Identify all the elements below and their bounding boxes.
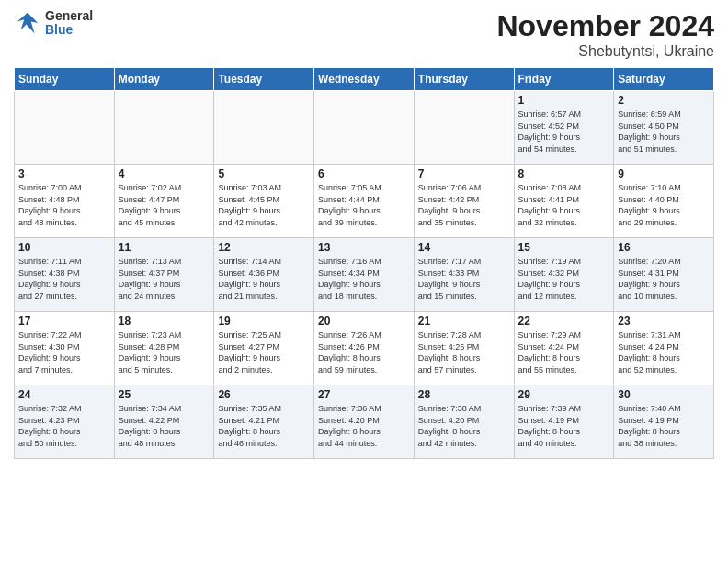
calendar-cell: 20Sunrise: 7:26 AM Sunset: 4:26 PM Dayli… [314, 312, 415, 385]
week-row-3: 10Sunrise: 7:11 AM Sunset: 4:38 PM Dayli… [15, 238, 714, 312]
day-number: 4 [119, 167, 210, 180]
col-wednesday: Wednesday [314, 68, 415, 91]
day-info: Sunrise: 7:25 AM Sunset: 4:27 PM Dayligh… [218, 329, 310, 375]
calendar-cell [414, 91, 514, 165]
day-number: 25 [119, 388, 210, 401]
col-friday: Friday [514, 68, 614, 91]
day-info: Sunrise: 7:35 AM Sunset: 4:21 PM Dayligh… [218, 403, 310, 449]
calendar-cell: 17Sunrise: 7:22 AM Sunset: 4:30 PM Dayli… [15, 312, 115, 385]
calendar-cell: 24Sunrise: 7:32 AM Sunset: 4:23 PM Dayli… [15, 385, 115, 459]
calendar-cell [15, 91, 115, 165]
calendar-cell: 11Sunrise: 7:13 AM Sunset: 4:37 PM Dayli… [114, 238, 214, 312]
logo-general: General [45, 9, 93, 23]
day-number: 18 [119, 315, 210, 327]
day-number: 10 [18, 241, 110, 254]
svg-marker-0 [17, 13, 39, 34]
calendar-cell: 12Sunrise: 7:14 AM Sunset: 4:36 PM Dayli… [214, 238, 314, 312]
day-number: 1 [518, 94, 610, 107]
calendar-cell: 18Sunrise: 7:23 AM Sunset: 4:28 PM Dayli… [114, 312, 214, 385]
day-number: 19 [218, 315, 310, 327]
title-block: November 2024 Shebutyntsi, Ukraine [496, 9, 714, 60]
day-info: Sunrise: 7:20 AM Sunset: 4:31 PM Dayligh… [618, 256, 710, 302]
calendar-cell: 21Sunrise: 7:28 AM Sunset: 4:25 PM Dayli… [414, 312, 514, 385]
day-number: 22 [518, 315, 610, 327]
day-info: Sunrise: 7:14 AM Sunset: 4:36 PM Dayligh… [218, 256, 310, 302]
col-monday: Monday [114, 68, 214, 91]
day-info: Sunrise: 7:06 AM Sunset: 4:42 PM Dayligh… [418, 182, 510, 228]
calendar-cell: 8Sunrise: 7:08 AM Sunset: 4:41 PM Daylig… [514, 165, 614, 238]
calendar-cell: 10Sunrise: 7:11 AM Sunset: 4:38 PM Dayli… [15, 238, 115, 312]
calendar-cell [314, 91, 415, 165]
day-number: 8 [518, 167, 610, 180]
day-number: 6 [318, 167, 410, 180]
week-row-1: 1Sunrise: 6:57 AM Sunset: 4:52 PM Daylig… [15, 91, 714, 165]
calendar-cell: 22Sunrise: 7:29 AM Sunset: 4:24 PM Dayli… [514, 312, 614, 385]
day-info: Sunrise: 7:16 AM Sunset: 4:34 PM Dayligh… [318, 256, 410, 302]
logo-blue: Blue [45, 23, 93, 37]
calendar-cell: 25Sunrise: 7:34 AM Sunset: 4:22 PM Dayli… [114, 385, 214, 459]
calendar-cell: 30Sunrise: 7:40 AM Sunset: 4:19 PM Dayli… [614, 385, 714, 459]
calendar-cell: 7Sunrise: 7:06 AM Sunset: 4:42 PM Daylig… [414, 165, 514, 238]
day-info: Sunrise: 7:10 AM Sunset: 4:40 PM Dayligh… [618, 182, 710, 228]
calendar-header-row: Sunday Monday Tuesday Wednesday Thursday… [15, 68, 714, 91]
day-number: 30 [618, 388, 710, 401]
calendar-table: Sunday Monday Tuesday Wednesday Thursday… [14, 67, 714, 459]
calendar-cell: 13Sunrise: 7:16 AM Sunset: 4:34 PM Dayli… [314, 238, 415, 312]
day-number: 7 [418, 167, 510, 180]
day-number: 15 [518, 241, 610, 254]
calendar-cell: 2Sunrise: 6:59 AM Sunset: 4:50 PM Daylig… [614, 91, 714, 165]
calendar-cell: 1Sunrise: 6:57 AM Sunset: 4:52 PM Daylig… [514, 91, 614, 165]
title-location: Shebutyntsi, Ukraine [496, 43, 714, 60]
calendar-cell: 16Sunrise: 7:20 AM Sunset: 4:31 PM Dayli… [614, 238, 714, 312]
day-info: Sunrise: 7:22 AM Sunset: 4:30 PM Dayligh… [18, 329, 110, 375]
day-number: 11 [119, 241, 210, 254]
day-info: Sunrise: 7:26 AM Sunset: 4:26 PM Dayligh… [318, 329, 410, 375]
day-number: 23 [618, 315, 710, 327]
day-info: Sunrise: 7:11 AM Sunset: 4:38 PM Dayligh… [18, 256, 110, 302]
col-saturday: Saturday [614, 68, 714, 91]
day-info: Sunrise: 6:59 AM Sunset: 4:50 PM Dayligh… [618, 109, 710, 155]
calendar-cell: 29Sunrise: 7:39 AM Sunset: 4:19 PM Dayli… [514, 385, 614, 459]
day-number: 27 [318, 388, 410, 401]
day-number: 26 [218, 388, 310, 401]
calendar-cell: 9Sunrise: 7:10 AM Sunset: 4:40 PM Daylig… [614, 165, 714, 238]
day-info: Sunrise: 7:39 AM Sunset: 4:19 PM Dayligh… [518, 403, 610, 449]
day-info: Sunrise: 7:36 AM Sunset: 4:20 PM Dayligh… [318, 403, 410, 449]
day-number: 3 [18, 167, 110, 180]
day-info: Sunrise: 7:40 AM Sunset: 4:19 PM Dayligh… [618, 403, 710, 449]
day-number: 13 [318, 241, 410, 254]
calendar-cell: 27Sunrise: 7:36 AM Sunset: 4:20 PM Dayli… [314, 385, 415, 459]
day-info: Sunrise: 7:02 AM Sunset: 4:47 PM Dayligh… [119, 182, 210, 228]
day-number: 21 [418, 315, 510, 327]
title-month: November 2024 [496, 9, 714, 43]
day-number: 5 [218, 167, 310, 180]
page: General Blue November 2024 Shebutyntsi, … [0, 0, 728, 563]
day-number: 20 [318, 315, 410, 327]
calendar-cell: 6Sunrise: 7:05 AM Sunset: 4:44 PM Daylig… [314, 165, 415, 238]
calendar-cell: 4Sunrise: 7:02 AM Sunset: 4:47 PM Daylig… [114, 165, 214, 238]
day-number: 24 [18, 388, 110, 401]
day-info: Sunrise: 6:57 AM Sunset: 4:52 PM Dayligh… [518, 109, 610, 155]
day-info: Sunrise: 7:31 AM Sunset: 4:24 PM Dayligh… [618, 329, 710, 375]
day-info: Sunrise: 7:03 AM Sunset: 4:45 PM Dayligh… [218, 182, 310, 228]
logo-icon [14, 9, 41, 37]
calendar-cell: 26Sunrise: 7:35 AM Sunset: 4:21 PM Dayli… [214, 385, 314, 459]
day-number: 2 [618, 94, 710, 107]
calendar-cell: 19Sunrise: 7:25 AM Sunset: 4:27 PM Dayli… [214, 312, 314, 385]
week-row-4: 17Sunrise: 7:22 AM Sunset: 4:30 PM Dayli… [15, 312, 714, 385]
logo-text: General Blue [45, 9, 93, 38]
day-number: 9 [618, 167, 710, 180]
calendar-cell [214, 91, 314, 165]
calendar-cell: 14Sunrise: 7:17 AM Sunset: 4:33 PM Dayli… [414, 238, 514, 312]
day-info: Sunrise: 7:05 AM Sunset: 4:44 PM Dayligh… [318, 182, 410, 228]
day-info: Sunrise: 7:34 AM Sunset: 4:22 PM Dayligh… [119, 403, 210, 449]
day-info: Sunrise: 7:19 AM Sunset: 4:32 PM Dayligh… [518, 256, 610, 302]
calendar-cell: 3Sunrise: 7:00 AM Sunset: 4:48 PM Daylig… [15, 165, 115, 238]
day-info: Sunrise: 7:08 AM Sunset: 4:41 PM Dayligh… [518, 182, 610, 228]
day-info: Sunrise: 7:28 AM Sunset: 4:25 PM Dayligh… [418, 329, 510, 375]
col-thursday: Thursday [414, 68, 514, 91]
day-number: 14 [418, 241, 510, 254]
col-tuesday: Tuesday [214, 68, 314, 91]
week-row-2: 3Sunrise: 7:00 AM Sunset: 4:48 PM Daylig… [15, 165, 714, 238]
calendar-cell: 5Sunrise: 7:03 AM Sunset: 4:45 PM Daylig… [214, 165, 314, 238]
